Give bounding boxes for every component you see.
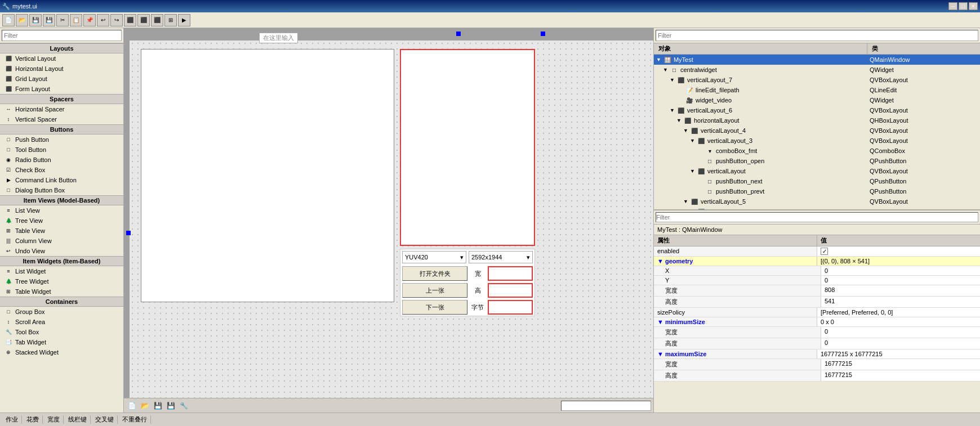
sidebar-item-group-box[interactable]: □ Group Box xyxy=(0,307,123,317)
minsize-expand[interactable]: ▼ minimumSize xyxy=(657,319,813,325)
sidebar-item-vertical-spacer[interactable]: ↕ Vertical Spacer xyxy=(0,114,123,124)
sidebar-item-check-box[interactable]: ☑ Check Box xyxy=(0,165,123,175)
tree-row-widget-video[interactable]: 🎥 widget_video QWidget xyxy=(654,95,980,105)
prop-value-maxheight[interactable]: 16777215 xyxy=(821,370,980,381)
tree-row-verticallayout7[interactable]: ▼ ⬛ verticalLayout_7 QVBoxLayout xyxy=(654,75,980,85)
tree-row-pb-next[interactable]: □ pushButton_next QPushButton xyxy=(654,176,980,186)
toolbar-align-left[interactable]: ⬛ xyxy=(124,14,136,26)
sidebar-item-radio-button[interactable]: ◉ Radio Button xyxy=(0,155,123,165)
toolbar-save-all[interactable]: 💾 xyxy=(43,14,55,26)
tree-row-lineedit[interactable]: 📝 lineEdit_filepath QLineEdit xyxy=(654,85,980,95)
tree-row-vl6[interactable]: ▼ ⬛ verticalLayout_6 QVBoxLayout xyxy=(654,105,980,115)
sidebar-item-push-button[interactable]: □ Push Button xyxy=(0,134,123,145)
props-filter-input[interactable] xyxy=(656,212,978,222)
sidebar-item-vertical-layout[interactable]: ⬛ Vertical Layout xyxy=(0,53,123,64)
prop-value-y[interactable]: 0 xyxy=(821,276,980,285)
sidebar-item-dialog-button[interactable]: □ Dialog Button Box xyxy=(0,185,123,195)
sidebar-item-list-view[interactable]: ≡ List View xyxy=(0,205,123,216)
prop-value-minheight[interactable]: 0 xyxy=(821,338,980,349)
tree-arrow-mytest[interactable]: ▼ xyxy=(656,57,661,62)
tree-row-centralwidget[interactable]: ▼ □ centralwidget QWidget xyxy=(654,65,980,75)
toolbar-align-right[interactable]: ⬛ xyxy=(151,14,163,26)
sidebar-item-tree-view[interactable]: 🌲 Tree View xyxy=(0,216,123,226)
next-button[interactable]: 下一张 xyxy=(402,300,467,315)
canvas-tool-3[interactable]: 💾 xyxy=(152,400,163,411)
close-button[interactable]: ✕ xyxy=(969,2,978,10)
prev-button[interactable]: 上一张 xyxy=(402,283,467,298)
toolbar-copy[interactable]: 📋 xyxy=(70,14,82,26)
sidebar-item-tool-button[interactable]: □ Tool Button xyxy=(0,145,123,155)
toolbar-cut[interactable]: ✂ xyxy=(56,14,69,26)
width-input[interactable] xyxy=(488,266,533,281)
prop-value-x[interactable]: 0 xyxy=(821,266,980,275)
tree-arrow-vl3[interactable]: ▼ xyxy=(690,138,695,144)
canvas-tool-4[interactable]: 💾 xyxy=(165,400,176,411)
tree-arrow-vl6[interactable]: ▼ xyxy=(670,107,675,113)
canvas-text-input[interactable]: 在这里输入 xyxy=(259,33,298,43)
sidebar-item-tab-widget[interactable]: 📑 Tab Widget xyxy=(0,337,123,347)
tree-arrow-centralwidget[interactable]: ▼ xyxy=(663,67,668,73)
sidebar-item-tree-widget[interactable]: 🌲 Tree Widget xyxy=(0,276,123,286)
sidebar-item-undo-view[interactable]: ↩ Undo View xyxy=(0,246,123,256)
enabled-checkbox[interactable]: ✓ xyxy=(821,248,828,255)
prop-value-width[interactable]: 808 xyxy=(821,285,980,296)
tree-row-pushbutton-open[interactable]: □ pushButton_open QPushButton xyxy=(654,156,980,166)
tree-row-vl4[interactable]: ▼ ⬛ verticalLayout_4 QVBoxLayout xyxy=(654,125,980,136)
tree-row-vl-main[interactable]: ▼ ⬛ verticalLayout QVBoxLayout xyxy=(654,166,980,176)
tree-row-vl3[interactable]: ▼ ⬛ verticalLayout_3 QVBoxLayout xyxy=(654,136,980,146)
maximize-button[interactable]: □ xyxy=(959,2,968,10)
tree-row-combobox[interactable]: ▾ comboBox_fmt QComboBox xyxy=(654,146,980,156)
open-folder-button[interactable]: 打开文件夹 xyxy=(402,266,467,281)
prop-value-height[interactable]: 541 xyxy=(821,297,980,307)
toolbar-paste[interactable]: 📌 xyxy=(83,14,96,26)
tree-row-pb-prevt[interactable]: □ pushButton_prevt QPushButton xyxy=(654,186,980,196)
sidebar-item-command-link[interactable]: ▶ Command Link Button xyxy=(0,175,123,185)
tree-row-vl5[interactable]: ▼ ⬛ verticalLayout_5 QVBoxLayout xyxy=(654,196,980,207)
sidebar-item-tool-box[interactable]: 🔧 Tool Box xyxy=(0,327,123,337)
sidebar-item-form-layout[interactable]: ⬛ Form Layout xyxy=(0,84,123,94)
prop-value-maxwidth[interactable]: 16777215 xyxy=(821,359,980,370)
toolbar-undo[interactable]: ↩ xyxy=(97,14,109,26)
height-input[interactable] xyxy=(488,283,533,298)
sidebar-item-horizontal-layout[interactable]: ⬛ Horizontal Layout xyxy=(0,64,123,74)
sidebar-item-table-widget[interactable]: ⊞ Table Widget xyxy=(0,286,123,297)
tree-arrow-vl5[interactable]: ▼ xyxy=(683,199,688,204)
toolbar-align-center[interactable]: ⬛ xyxy=(137,14,150,26)
sidebar-item-scroll-area[interactable]: ↕ Scroll Area xyxy=(0,317,123,327)
sidebar-item-grid-layout[interactable]: ⬛ Grid Layout xyxy=(0,74,123,84)
sidebar-item-table-view[interactable]: ⊞ Table View xyxy=(0,226,123,236)
minimize-button[interactable]: ─ xyxy=(948,2,957,10)
format-dropdown[interactable]: YUV420 ▾ xyxy=(402,251,466,263)
sidebar-item-horizontal-spacer[interactable]: ↔ Horizontal Spacer xyxy=(0,104,123,114)
toolbar-preview[interactable]: ▶ xyxy=(178,14,190,26)
handle-top-center[interactable] xyxy=(456,32,461,36)
toolbar-grid[interactable]: ⊞ xyxy=(164,14,177,26)
toolbar-save[interactable]: 💾 xyxy=(29,14,42,26)
tree-arrow-vl7[interactable]: ▼ xyxy=(670,77,675,83)
toolbar-redo[interactable]: ↪ xyxy=(110,14,123,26)
toolbar-open[interactable]: 📂 xyxy=(16,14,28,26)
tree-row-mytest[interactable]: ▼ 🪟 MyTest QMainWindow xyxy=(654,55,980,65)
prop-value-minwidth[interactable]: 0 xyxy=(821,327,980,338)
sidebar-item-list-widget[interactable]: ≡ List Widget xyxy=(0,266,123,276)
tree-arrow-hl[interactable]: ▼ xyxy=(676,118,681,123)
sidebar-item-stacked-widget[interactable]: ⊕ Stacked Widget xyxy=(0,347,123,357)
toolbar-new[interactable]: 📄 xyxy=(2,14,15,26)
canvas-tool-1[interactable]: 📄 xyxy=(126,400,137,411)
handle-top-right[interactable] xyxy=(541,32,545,36)
sidebar-filter-input[interactable] xyxy=(2,30,122,41)
bytes-input[interactable] xyxy=(488,300,533,315)
maxsize-expand[interactable]: ▼ maximumSize xyxy=(657,351,813,357)
prop-filter-input[interactable] xyxy=(656,30,978,41)
sidebar-item-column-view[interactable]: ||| Column View xyxy=(0,236,123,246)
resolution-dropdown[interactable]: 2592x1944 ▾ xyxy=(469,251,533,263)
tree-arrow-vl-main[interactable]: ▼ xyxy=(690,168,695,174)
handle-left[interactable] xyxy=(126,231,131,235)
tree-row-hl[interactable]: ▼ ⬛ horizontalLayout QHBoxLayout xyxy=(654,115,980,125)
canvas-filter-input[interactable] xyxy=(561,401,651,411)
prop-value-enabled[interactable]: ✓ xyxy=(817,246,980,256)
geometry-expand[interactable]: ▼ geometry xyxy=(657,258,813,264)
canvas-tool-2[interactable]: 📂 xyxy=(139,400,150,411)
canvas-tool-5[interactable]: 🔧 xyxy=(178,400,189,411)
tree-arrow-vl4[interactable]: ▼ xyxy=(683,128,688,133)
